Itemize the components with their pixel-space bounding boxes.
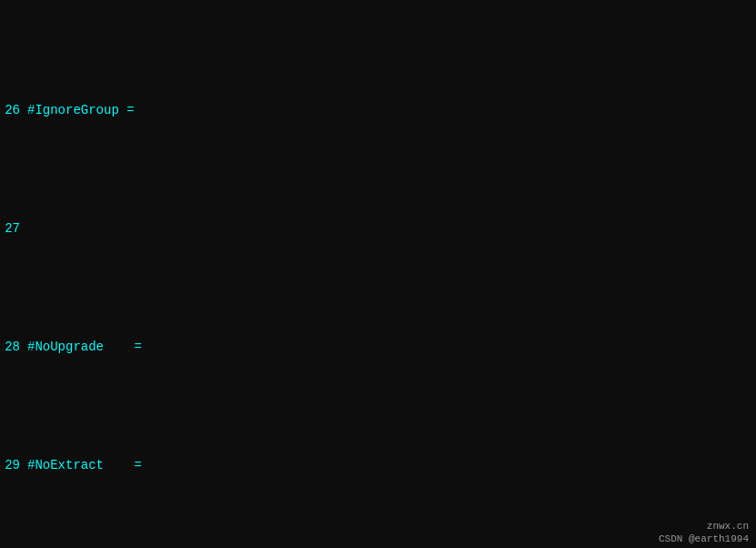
line-num-27: 27 [0,217,27,240]
line-content-28: #NoUpgrade = [27,335,756,359]
line-26: 26 #IgnoreGroup = [0,98,756,122]
line-27: 27 [0,217,756,240]
line-num-29: 29 [0,453,27,477]
line-num-26: 26 [0,98,27,122]
code-editor: 26 #IgnoreGroup = 27 28 #NoUpgrade = 29 … [0,0,756,548]
line-content-26: #IgnoreGroup = [27,98,756,122]
line-28: 28 #NoUpgrade = [0,335,756,359]
watermark-credit: CSDN @earth1994 [659,533,749,544]
watermark: znwx.cn [707,521,749,532]
line-content-29: #NoExtract = [27,453,756,477]
line-num-28: 28 [0,335,27,359]
line-29: 29 #NoExtract = [0,453,756,477]
